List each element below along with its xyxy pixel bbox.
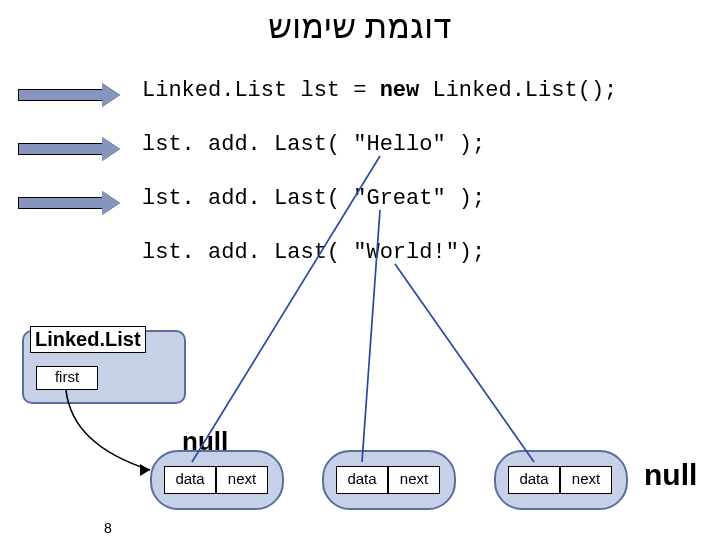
- svg-line-2: [395, 264, 534, 462]
- arrow-icon: [18, 84, 120, 106]
- end-null: null: [644, 458, 697, 492]
- node-data-cell: data: [508, 466, 560, 494]
- code-line-4: lst. add. Last( "World!");: [142, 240, 485, 265]
- list-node: data next: [150, 450, 284, 510]
- linkedlist-type-label: Linked.List: [30, 326, 146, 353]
- svg-marker-3: [140, 464, 150, 476]
- list-node: data next: [322, 450, 456, 510]
- node-next-cell: next: [216, 466, 268, 494]
- first-field: first: [36, 366, 98, 390]
- slide-title: דוגמת שימוש: [0, 6, 720, 46]
- node-data-cell: data: [164, 466, 216, 494]
- code-line-1: Linked.List lst = new Linked.List();: [142, 78, 617, 103]
- node-next-cell: next: [388, 466, 440, 494]
- arrow-icon: [18, 138, 120, 160]
- list-node: data next: [494, 450, 628, 510]
- page-number: 8: [104, 520, 112, 536]
- node-data-cell: data: [336, 466, 388, 494]
- node-next-cell: next: [560, 466, 612, 494]
- code-line-3: lst. add. Last( "Great" );: [142, 186, 485, 211]
- code-line-2: lst. add. Last( "Hello" );: [142, 132, 485, 157]
- arrow-icon: [18, 192, 120, 214]
